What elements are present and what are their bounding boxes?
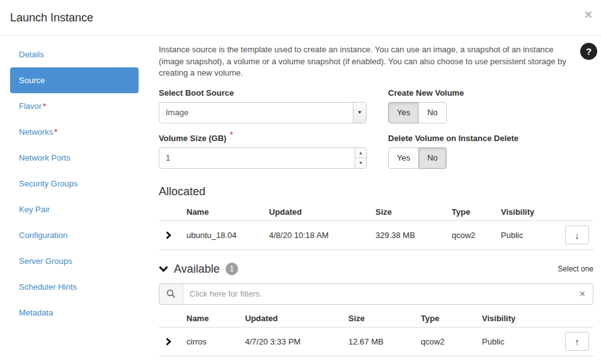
help-icon[interactable]: ? (580, 43, 597, 60)
clear-filter-icon[interactable]: × (572, 289, 593, 299)
table-row: ubuntu_18.04 4/8/20 10:18 AM 329.38 MB q… (159, 221, 593, 250)
arrow-up-icon: ↑ (575, 336, 580, 347)
row-type: qcow2 (421, 337, 482, 346)
select-one-hint: Select one (558, 264, 593, 273)
row-visibility: Public (501, 230, 561, 240)
page-title: Launch Instance (10, 11, 93, 25)
stepper-up-icon[interactable]: ▲ (355, 148, 366, 159)
column-header-updated: Updated (245, 314, 348, 323)
sidebar-item-configuration[interactable]: Configuration (10, 222, 139, 248)
allocated-section-title: Allocated (159, 185, 593, 198)
row-visibility: Public (482, 337, 561, 346)
close-icon[interactable]: × (585, 8, 592, 21)
sidebar-item-server-groups[interactable]: Server Groups (10, 248, 139, 274)
delete-volume-label: Delete Volume on Instance Delete (388, 134, 575, 143)
column-header-type: Type (452, 207, 501, 217)
create-new-volume-toggle: Yes No (388, 102, 575, 123)
create-volume-no-button[interactable]: No (418, 102, 447, 123)
collapse-section-icon[interactable] (159, 264, 168, 274)
available-table: Name Updated Size Type Visibility cirros… (159, 310, 593, 356)
stepper-down-icon[interactable]: ▼ (355, 158, 366, 168)
column-header-updated: Updated (269, 207, 375, 217)
sidebar-item-networks[interactable]: Networks* (10, 119, 139, 145)
sidebar-item-source[interactable]: Source (10, 67, 139, 93)
filter-bar: × (159, 283, 593, 305)
available-count-badge: 1 (226, 263, 238, 275)
create-volume-yes-button[interactable]: Yes (388, 102, 419, 123)
allocate-button[interactable]: ↑ (565, 332, 589, 351)
allocated-table: Name Updated Size Type Visibility ubuntu… (159, 203, 593, 250)
delete-volume-toggle: Yes No (388, 147, 575, 169)
boot-source-value: Image (159, 108, 353, 117)
wizard-sidebar: Details Source Flavor* Networks* Network… (10, 36, 139, 356)
step-description: Instance source is the template used to … (159, 44, 573, 79)
column-header-visibility: Visibility (501, 207, 561, 217)
launch-instance-modal: Launch Instance × Details Source Flavor*… (0, 0, 601, 364)
table-row: cirros 4/7/20 3:33 PM 12.67 MB qcow2 Pub… (159, 327, 593, 356)
filter-input[interactable] (183, 289, 572, 299)
deallocate-button[interactable]: ↓ (565, 225, 589, 244)
source-step-content: ? Instance source is the template used t… (159, 36, 593, 356)
row-type: qcow2 (452, 230, 501, 240)
boot-source-select[interactable]: Image ▼ (159, 102, 367, 123)
sidebar-item-scheduler-hints[interactable]: Scheduler Hints (10, 274, 139, 300)
chevron-down-icon: ▼ (353, 103, 366, 123)
allocated-table-header: Name Updated Size Type Visibility (159, 203, 593, 221)
row-size: 329.38 MB (375, 230, 452, 240)
required-star: * (230, 130, 233, 139)
sidebar-item-details[interactable]: Details (10, 42, 139, 67)
volume-size-label: Volume Size (GB) * (159, 134, 367, 143)
volume-size-input[interactable] (159, 148, 355, 168)
volume-size-field-wrap: ▲ ▼ (159, 147, 367, 169)
sidebar-item-key-pair[interactable]: Key Pair (10, 196, 139, 222)
volume-size-stepper: ▲ ▼ (355, 148, 366, 168)
sidebar-item-network-ports[interactable]: Network Ports (10, 145, 139, 171)
column-header-visibility: Visibility (482, 314, 561, 323)
row-name: ubuntu_18.04 (186, 230, 269, 240)
search-icon (159, 284, 183, 304)
sidebar-item-security-groups[interactable]: Security Groups (10, 171, 139, 196)
column-header-name: Name (186, 314, 245, 323)
create-new-volume-label: Create New Volume (388, 88, 575, 98)
column-header-type: Type (421, 314, 482, 323)
modal-header: Launch Instance (0, 0, 601, 36)
sidebar-item-metadata[interactable]: Metadata (10, 300, 139, 326)
delete-volume-yes-button[interactable]: Yes (388, 147, 419, 169)
boot-source-label: Select Boot Source (159, 88, 367, 98)
row-name: cirros (186, 337, 245, 346)
delete-volume-no-button[interactable]: No (418, 147, 447, 169)
row-updated: 4/8/20 10:18 AM (269, 230, 375, 240)
row-size: 12.67 MB (348, 337, 421, 346)
column-header-size: Size (348, 314, 421, 323)
available-section-title: Available (174, 263, 220, 276)
column-header-size: Size (375, 207, 452, 217)
arrow-down-icon: ↓ (575, 230, 580, 241)
column-header-name: Name (186, 207, 269, 217)
expand-row-icon[interactable] (159, 338, 186, 346)
expand-row-icon[interactable] (159, 231, 186, 239)
available-table-header: Name Updated Size Type Visibility (159, 310, 593, 327)
available-section-header: Available 1 Select one (159, 263, 593, 276)
sidebar-item-flavor[interactable]: Flavor* (10, 93, 139, 119)
row-updated: 4/7/20 3:33 PM (245, 337, 348, 346)
